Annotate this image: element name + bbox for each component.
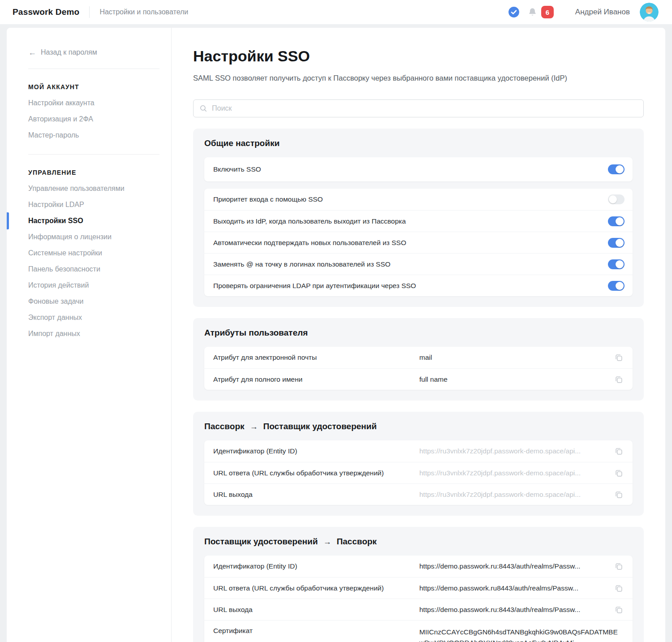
url-label: URL ответа (URL службы обработчика утвер… [213,469,419,477]
copy-button[interactable] [613,445,625,457]
sidebar-item-master-password[interactable]: Мастер-пароль [28,127,159,143]
section-header-right: Пассворк [336,537,377,547]
search-box [193,99,644,117]
status-check-icon[interactable] [508,6,520,18]
sidebar-item-auth-2fa[interactable]: Авторизация и 2ФА [28,111,159,127]
page-title: Настройки SSO [193,47,644,65]
attribute-row: Атрибут для электронной почты mail [204,347,633,368]
copy-icon [614,605,624,615]
sidebar-item-background-tasks[interactable]: Фоновые задачи [28,293,159,310]
brand-logo[interactable]: Passwork Demo [13,7,79,17]
setting-row: Приоритет входа с помощью SSO [204,189,633,210]
url-row: URL выхода https://ru3vnlxk7z20jdpf.pass… [204,483,633,505]
certificate-label: Сертификат [213,627,419,635]
notifications-badge: 6 [541,6,554,18]
arrow-right-icon: → [323,537,331,547]
sidebar-item-data-import[interactable]: Импорт данных [28,326,159,342]
attribute-row: Атрибут для полного имени full name [204,368,633,390]
section-user-attributes: Атрибуты пользователя Атрибут для электр… [193,318,644,401]
url-value: https://demo.passwork.ru:8443/auth/realm… [419,606,613,614]
idp-logout-toggle[interactable] [608,216,625,226]
page-panel: ← Назад к паролям МОЙ АККАУНТ Настройки … [7,28,665,642]
attribute-value: full name [419,375,613,383]
url-row: URL ответа (URL службы обработчика утвер… [204,462,633,483]
copy-button[interactable] [613,374,625,385]
arrow-left-icon: ← [28,48,36,56]
sidebar-item-system-settings[interactable]: Системные настройки [28,245,159,261]
sidebar-item-sso-settings[interactable]: Настройки SSO [28,213,159,229]
setting-row: Заменять @ на точку в логинах пользовате… [204,253,633,275]
setting-label: Проверять ограничения LDAP при аутентифи… [213,282,608,290]
certificate-row: Сертификат MIICnzCCAYcCBgGN6h4sdTANBgkqh… [204,620,633,642]
section-header: Общие настройки [204,138,633,148]
enable-sso-card: Включить SSO [204,157,633,181]
breadcrumb: Настройки и пользователи [99,8,188,16]
url-value: https://ru3vnlxk7z20jdpf.passwork-demo.s… [419,491,613,499]
sidebar-item-activity-history[interactable]: История действий [28,277,159,293]
section-idp-to-passwork: Поставщик удостоверений → Пассворк Идент… [193,527,644,642]
copy-icon [614,353,624,362]
attribute-label: Атрибут для электронной почты [213,353,419,362]
header-divider [89,6,90,18]
copy-icon [614,583,624,593]
url-row: URL выхода https://demo.passwork.ru:8443… [204,599,633,620]
setting-row: Автоматически подтверждать новых пользов… [204,232,633,253]
setting-label: Заменять @ на точку в логинах пользовате… [213,260,608,268]
section-header: Поставщик удостоверений → Пассворк [204,537,633,547]
sidebar-item-account-settings[interactable]: Настройки аккаунта [28,95,159,111]
sidebar-item-security-panel[interactable]: Панель безопасности [28,261,159,277]
url-row: Идентификатор (Entity ID) https://ru3vnl… [204,440,633,462]
toggle-knob [616,217,624,225]
auto-confirm-users-toggle[interactable] [608,238,625,248]
url-label: Идентификатор (Entity ID) [213,447,419,455]
copy-button[interactable] [613,352,625,363]
back-to-passwords-link[interactable]: ← Назад к паролям [28,48,159,56]
setting-label: Автоматически подтверждать новых пользов… [213,239,608,247]
url-row: URL ответа (URL службы обработчика утвер… [204,577,633,599]
toggle-knob [616,165,624,173]
url-label: URL выхода [213,606,419,614]
url-value: https://ru3vnlxk7z20jdpf.passwork-demo.s… [419,447,613,455]
setting-label: Включить SSO [213,165,608,173]
section-header-right: Поставщик удостоверений [263,422,377,431]
arrow-right-icon: → [250,422,258,431]
copy-button[interactable] [613,604,625,616]
bell-icon [527,7,538,17]
url-label: URL ответа (URL службы обработчика утвер… [213,584,419,592]
back-label: Назад к паролям [41,48,97,56]
url-value: https://ru3vnlxk7z20jdpf.passwork-demo.s… [419,469,613,477]
copy-icon [614,446,624,456]
section-header-left: Пассворк [204,422,245,431]
section-passwork-to-idp: Пассворк → Поставщик удостоверений Идент… [193,412,644,516]
replace-at-toggle[interactable] [608,259,625,269]
sidebar-item-data-export[interactable]: Экспорт данных [28,310,159,326]
page-subtitle: SAML SSO позволяет получить доступ к Пас… [193,74,644,82]
sidebar-item-ldap-settings[interactable]: Настройки LDAP [28,197,159,213]
sso-priority-toggle[interactable] [608,194,625,204]
sidebar-item-user-management[interactable]: Управление пользователями [28,181,159,197]
copy-button[interactable] [613,489,625,500]
copy-icon [614,561,624,571]
sidebar: ← Назад к паролям МОЙ АККАУНТ Настройки … [7,28,172,642]
notifications-button[interactable]: 6 [527,6,554,18]
idp-to-passwork-card: Идентификатор (Entity ID) https://demo.p… [204,556,633,642]
ldap-restrictions-toggle[interactable] [608,281,625,291]
sso-options-card: Приоритет входа с помощью SSO Выходить и… [204,189,633,296]
toggle-knob [616,260,624,268]
header-right: 6 Андрей Иванов [508,3,659,22]
setting-row: Включить SSO [204,157,633,181]
url-label: URL выхода [213,491,419,499]
search-input[interactable] [212,104,638,112]
toggle-knob [609,195,617,203]
copy-button[interactable] [613,467,625,479]
toggle-knob [616,282,624,290]
copy-button[interactable] [613,560,625,572]
enable-sso-toggle[interactable] [608,164,625,174]
avatar[interactable] [640,3,659,22]
attributes-card: Атрибут для электронной почты mail Атриб… [204,347,633,390]
attribute-value: mail [419,353,613,362]
attribute-label: Атрибут для полного имени [213,375,419,383]
section-general-settings: Общие настройки Включить SSO Приоритет в… [193,129,644,307]
copy-button[interactable] [613,582,625,594]
sidebar-item-license-info[interactable]: Информация о лицензии [28,229,159,245]
